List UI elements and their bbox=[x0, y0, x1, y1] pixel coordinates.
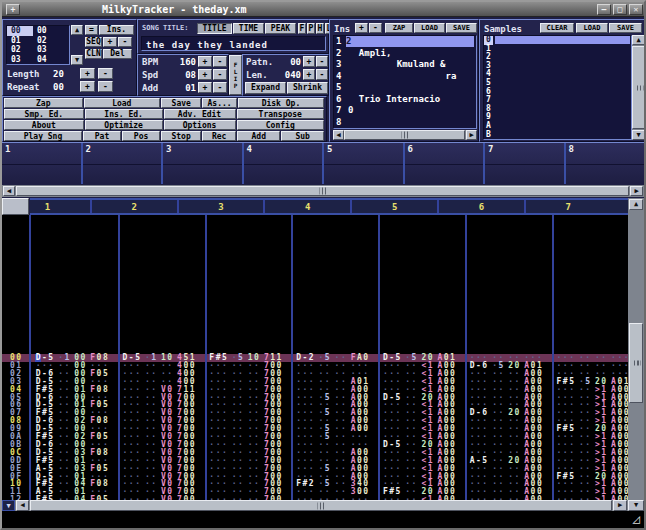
order-row[interactable]: 0000 bbox=[7, 26, 69, 36]
order-delete-button[interactable]: Del bbox=[103, 49, 132, 59]
scope-channel[interactable]: 1 bbox=[2, 143, 81, 184]
channel-header[interactable]: 2 bbox=[91, 202, 178, 212]
patlen-minus-button[interactable]: - bbox=[316, 69, 328, 80]
order-cell-position[interactable]: 02 bbox=[7, 45, 33, 55]
order-cell-position[interactable]: 00 bbox=[7, 26, 33, 36]
minimize-button[interactable]: – bbox=[597, 4, 611, 15]
button-zap[interactable]: Zap bbox=[4, 98, 83, 108]
button-disk-op-[interactable]: Disk Op. bbox=[238, 98, 324, 108]
sample-list-item[interactable]: 4 bbox=[484, 70, 631, 79]
expand-button[interactable]: Expand bbox=[245, 82, 286, 94]
button-config[interactable]: Config bbox=[237, 120, 325, 130]
order-up-button[interactable]: ▲ bbox=[71, 25, 83, 35]
sample-list-item[interactable]: 8 bbox=[484, 105, 631, 114]
scope-channel[interactable]: 4 bbox=[244, 143, 323, 184]
order-cell-position[interactable]: 01 bbox=[7, 36, 33, 46]
add-plus-button[interactable]: + bbox=[198, 82, 212, 93]
channel-header[interactable]: 6 bbox=[438, 202, 525, 212]
instrument-list-item[interactable]: 4 ra bbox=[334, 71, 476, 83]
button-add[interactable]: Add bbox=[237, 131, 280, 141]
spd-minus-button[interactable]: - bbox=[213, 69, 227, 80]
order-cell-position[interactable]: 03 bbox=[7, 55, 33, 65]
smp-load-button[interactable]: LOAD bbox=[576, 23, 608, 33]
button-about[interactable]: About bbox=[4, 120, 84, 130]
shrink-button[interactable]: Shrink bbox=[287, 82, 328, 94]
repeat-plus-button[interactable]: + bbox=[80, 81, 95, 92]
pattern-scroll-down-button[interactable]: ▼ bbox=[628, 500, 644, 511]
maximize-button[interactable]: □ bbox=[613, 4, 627, 15]
patn-plus-button[interactable]: + bbox=[303, 56, 315, 67]
song-title-field[interactable]: the day they landed bbox=[141, 36, 326, 51]
smp-save-button[interactable]: SAVE bbox=[609, 23, 642, 33]
scopes-hscrollbar[interactable]: ◀ ▶ bbox=[2, 185, 644, 197]
sample-list-item[interactable]: A bbox=[484, 122, 631, 131]
ins-save-button[interactable]: SAVE bbox=[446, 23, 477, 33]
tab-title[interactable]: TITLE bbox=[197, 23, 232, 34]
ins-minus-button[interactable]: - bbox=[369, 23, 382, 33]
smp-vscrollbar[interactable]: ▲ ▼ bbox=[632, 35, 645, 140]
scope-channel[interactable]: 8 bbox=[566, 143, 645, 184]
order-row[interactable]: 0304 bbox=[7, 55, 69, 65]
instrument-list-item[interactable]: 12 bbox=[334, 36, 476, 48]
smp-vscroll-thumb[interactable] bbox=[632, 46, 645, 129]
pattern-hscrollbar[interactable]: ▼ ◀ ▶ ▼ bbox=[2, 500, 644, 511]
smp-clear-button[interactable]: CLEAR bbox=[540, 23, 574, 33]
sample-list-item[interactable]: 3 bbox=[484, 62, 631, 71]
ins-plus-button[interactable]: + bbox=[355, 23, 368, 33]
ins-hscrollbar[interactable]: ◀ ▶ bbox=[333, 130, 477, 140]
scope-channel[interactable]: 2 bbox=[83, 143, 162, 184]
sample-list-item[interactable]: B bbox=[484, 131, 631, 140]
order-list[interactable]: 0000010202030304 bbox=[6, 25, 70, 65]
tab-peak[interactable]: PEAK bbox=[265, 23, 296, 34]
button-as-[interactable]: As... bbox=[202, 98, 237, 108]
instrument-list-item[interactable]: 5 bbox=[334, 82, 476, 94]
ins-load-button[interactable]: LOAD bbox=[414, 23, 445, 33]
pattern-editor[interactable]: 00D-5·100F08D-5·110451F#5·510711D-2·5··F… bbox=[2, 215, 628, 500]
channel-header[interactable]: 7 bbox=[525, 202, 612, 212]
pattern-vscroll-thumb[interactable] bbox=[629, 323, 643, 403]
sample-list[interactable]: 0123456789AB bbox=[483, 35, 632, 140]
channel-header[interactable]: 4 bbox=[264, 202, 351, 212]
mini-button-h[interactable]: H bbox=[316, 23, 324, 34]
sample-list-item[interactable]: 2 bbox=[484, 53, 631, 62]
sample-list-item[interactable]: 7 bbox=[484, 96, 631, 105]
button-load[interactable]: Load bbox=[84, 98, 161, 108]
button-sub[interactable]: Sub bbox=[281, 131, 324, 141]
patlen-plus-button[interactable]: + bbox=[303, 69, 315, 80]
ins-scroll-left-button[interactable]: ◀ bbox=[333, 130, 344, 140]
smp-scroll-down-button[interactable]: ▼ bbox=[632, 130, 645, 140]
button-save[interactable]: Save bbox=[161, 98, 201, 108]
channel-header[interactable]: 3 bbox=[178, 202, 265, 212]
pattern-scroll-left-button[interactable]: ◀ bbox=[16, 500, 29, 511]
order-plus-button[interactable]: + bbox=[103, 37, 117, 47]
scopes-scroll-left-button[interactable]: ◀ bbox=[3, 186, 15, 196]
order-row[interactable]: 0102 bbox=[7, 36, 69, 46]
order-cell-pattern[interactable]: 04 bbox=[33, 55, 59, 65]
repeat-minus-button[interactable]: - bbox=[98, 81, 113, 92]
pattern-vscrollbar[interactable]: ▲ bbox=[628, 198, 644, 500]
order-row[interactable]: 0203 bbox=[7, 45, 69, 55]
button-adv-edit[interactable]: Adv. Edit bbox=[164, 109, 236, 119]
titlebar[interactable]: + MilkyTracker - theday.xm – □ ✕ bbox=[2, 2, 644, 17]
pattern-collapse-button[interactable]: ▼ bbox=[2, 500, 15, 511]
close-button[interactable]: ✕ bbox=[629, 4, 643, 15]
button-ins-ed-[interactable]: Ins. Ed. bbox=[85, 109, 163, 119]
instrument-list[interactable]: 122 Ampli,3 Kmuland &4 ra56 Trio Interna… bbox=[333, 35, 477, 129]
bpm-minus-button[interactable]: - bbox=[213, 56, 227, 67]
resize-handle-icon[interactable]: ◿ bbox=[632, 511, 640, 527]
channel-header[interactable]: 1 bbox=[30, 202, 91, 212]
scopes-scroll-right-button[interactable]: ▶ bbox=[630, 186, 643, 196]
button-smp-ed-[interactable]: Smp. Ed. bbox=[4, 109, 84, 119]
ins-hscroll-thumb[interactable] bbox=[344, 130, 465, 140]
order-clone-button[interactable]: CLN bbox=[85, 49, 102, 59]
ins-zap-button[interactable]: ZAP bbox=[385, 23, 413, 33]
order-seq-button[interactable]: SEQ bbox=[85, 37, 102, 47]
button-rec[interactable]: Rec bbox=[202, 131, 236, 141]
channel-header[interactable]: 5 bbox=[351, 202, 438, 212]
flip-button[interactable]: FLIP bbox=[229, 55, 242, 95]
sample-list-item[interactable]: 0 bbox=[484, 36, 631, 45]
button-options[interactable]: Options bbox=[164, 120, 236, 130]
order-cell-pattern[interactable]: 02 bbox=[33, 36, 59, 46]
spd-plus-button[interactable]: + bbox=[198, 69, 212, 80]
instrument-list-item[interactable]: 2 Ampli, bbox=[334, 48, 476, 60]
